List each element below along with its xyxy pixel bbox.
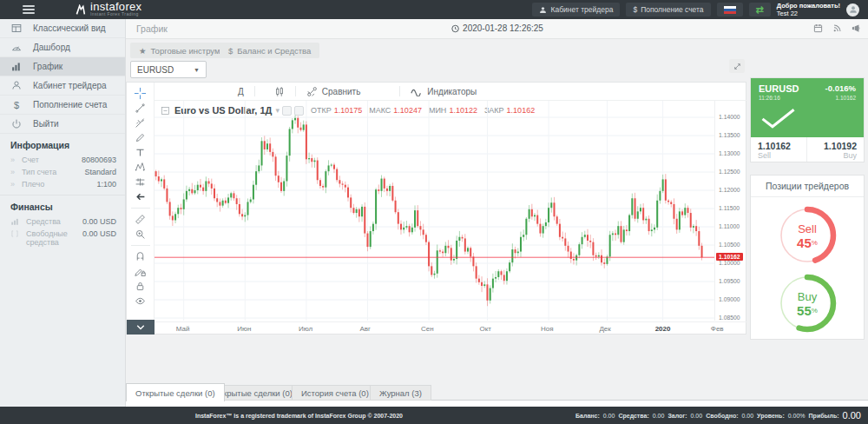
brush-tool[interactable] [130, 130, 151, 145]
candlestick-chart[interactable] [155, 101, 714, 321]
logo-subtitle: Instant Forex Trading [90, 11, 141, 17]
time-axis-label: 2020 [655, 325, 671, 333]
avatar-person-icon [849, 5, 858, 14]
time-axis-label: Май [176, 325, 190, 333]
quote-ticker[interactable]: EURUSD 11:26:16 -0.016% 1.10162 [751, 78, 864, 137]
quote-symbol: EURUSD [759, 83, 799, 94]
hamburger-menu-icon[interactable] [23, 5, 35, 14]
chart-icon [10, 61, 23, 72]
indicators-button[interactable]: Индикаторы [411, 87, 477, 96]
brush-icon [135, 132, 146, 143]
price-axis-label: 1.10500 [719, 242, 740, 248]
lock-all-tool[interactable] [130, 279, 151, 294]
quote-change: -0.016% [825, 83, 856, 93]
sidebar-item-classic-view[interactable]: Классический вид [0, 19, 125, 38]
crosshair-tool[interactable] [130, 86, 151, 101]
language-flag-button[interactable] [717, 3, 743, 17]
page-strip: График 2020-01-28 12:26:25 [126, 19, 868, 39]
exchange-arrows-icon: ⇄ [756, 4, 764, 16]
pitchfork-icon [135, 117, 146, 129]
sell-quote-cell[interactable]: 1.10162 Sell [751, 137, 807, 162]
pattern-tool[interactable] [130, 160, 151, 175]
compare-icon [306, 86, 318, 97]
tab-account-history[interactable]: История счета (0) [292, 385, 378, 401]
chevron-down-icon [135, 324, 146, 331]
footer-stats: Баланс:0.00Средства:0.00Залог:0.00Свобод… [575, 410, 861, 421]
brackets-icon [10, 229, 19, 238]
exchange-button[interactable]: ⇄ [749, 3, 771, 17]
balance-funds-button[interactable]: $Баланс и Средства [220, 43, 319, 58]
pitchfork-tool[interactable] [130, 116, 151, 130]
price-axis-label: 1.12000 [719, 187, 740, 193]
top-header: instaforex Instant Forex Trading Кабинет… [0, 0, 868, 19]
buy-quote-cell[interactable]: 1.10192 Buy [807, 137, 864, 162]
sell-price: 1.10162 [758, 141, 799, 151]
avatar[interactable] [846, 3, 859, 17]
chevron-right-icon: » [10, 156, 15, 164]
compare-button[interactable]: Сравнить [306, 86, 361, 97]
time-axis-label: Дек [599, 325, 610, 333]
drawing-lock-tool[interactable] [130, 264, 151, 279]
time-axis-label: Сен [421, 325, 434, 333]
price-axis-label: 1.13000 [719, 150, 740, 156]
chart-type-button[interactable] [274, 86, 285, 97]
time-axis-label: Окт [479, 325, 490, 333]
sidebar-item-logout[interactable]: Выйти [0, 115, 125, 134]
measure-tool[interactable] [130, 212, 151, 227]
magnet-icon [135, 251, 146, 262]
arrow-marker-tool[interactable] [130, 189, 151, 204]
candles-icon [274, 86, 285, 97]
footer-trademark: InstaForex™ is a registered trademark of… [195, 413, 403, 419]
positions-title: Позиции трейдеров [751, 176, 864, 197]
chevron-right-icon: » [10, 168, 15, 176]
svg-text:55%: 55% [797, 303, 818, 318]
russian-flag-icon [724, 6, 736, 14]
quote-time: 11:26:16 [759, 95, 780, 101]
trend-line-tool[interactable] [130, 101, 151, 116]
fullscreen-button[interactable] [729, 59, 745, 73]
tab-journal[interactable]: Журнал (3) [370, 385, 431, 401]
megaphone-icon[interactable] [851, 23, 861, 33]
quote-price: 1.10162 [836, 95, 857, 101]
trader-cabinet-button[interactable]: Кабинет трейдера [532, 3, 620, 17]
text-tool[interactable] [130, 145, 151, 160]
drawing-toolbar [127, 83, 155, 335]
instaforex-logo[interactable]: instaforex Instant Forex Trading [75, 3, 141, 17]
rss-icon[interactable] [832, 23, 842, 33]
power-icon [10, 118, 23, 129]
calendar-icon[interactable] [813, 23, 823, 33]
magnet-tool[interactable] [130, 249, 151, 264]
dashboard-icon [10, 42, 23, 53]
symbol-select[interactable]: EURUSD▼ [130, 61, 207, 78]
hide-all-tool[interactable] [130, 294, 151, 308]
sell-donut: Sell 45% [775, 203, 839, 268]
deposit-button[interactable]: $ Пополнение счета [626, 3, 710, 17]
time-axis-label: Июл [299, 325, 312, 333]
buy-price: 1.10192 [814, 141, 857, 151]
price-axis[interactable]: 1.085001.090001.095001.100001.105001.110… [714, 101, 746, 321]
sidebar-item-chart[interactable]: График [0, 57, 125, 76]
interval-button[interactable]: Д [238, 87, 244, 96]
wave-icon [411, 87, 423, 96]
chevron-down-icon: ▼ [194, 67, 200, 73]
finance-row-free-funds: Свободные средства 0.00 USD [0, 228, 125, 248]
sidebar-item-deposit[interactable]: $ Пополнение счета [0, 96, 125, 115]
sidebar: Классический вид Дашборд График Кабинет … [0, 19, 126, 407]
price-axis-label: 1.12500 [719, 169, 740, 175]
sidebar-item-dashboard[interactable]: Дашборд [0, 38, 125, 57]
zoom-in-tool[interactable] [130, 227, 151, 242]
trader-positions-card: Позиции трейдеров Sell 45% Buy 55% [751, 176, 864, 339]
xabcd-pattern-icon [135, 162, 146, 173]
info-row-leverage: » Плечо 1:100 [0, 178, 125, 190]
time-axis-label: Июн [237, 325, 251, 333]
time-axis[interactable]: МайИюнИюлАвгСенОктНояДек2020Фев [155, 321, 746, 335]
prediction-tool[interactable] [130, 175, 151, 189]
price-axis-label: 1.10000 [719, 260, 740, 266]
sidebar-item-trader-cabinet[interactable]: Кабинет трейдера [0, 76, 125, 96]
current-price-tag: 1.10162 [716, 253, 743, 261]
svg-text:Buy: Buy [798, 290, 818, 303]
zoom-in-icon [135, 229, 146, 240]
tab-content [126, 401, 868, 407]
collapse-toolbar-button[interactable] [127, 320, 155, 335]
tab-open-trades[interactable]: Открытые сделки (0) [126, 383, 225, 401]
